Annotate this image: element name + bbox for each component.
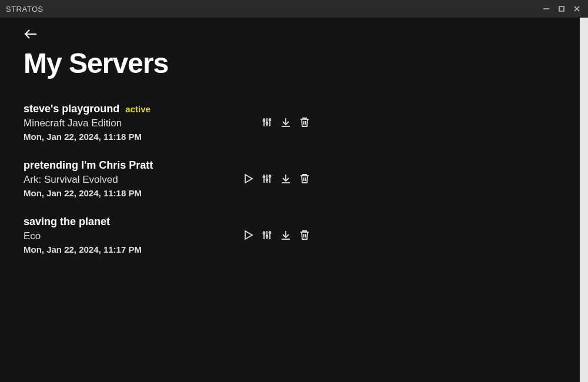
- server-name-line: saving the planet: [24, 216, 142, 228]
- server-date: Mon, Jan 22, 2024, 11:18 PM: [24, 188, 153, 198]
- server-name: saving the planet: [24, 216, 110, 228]
- svg-point-30: [263, 233, 265, 234]
- svg-point-8: [266, 123, 268, 125]
- delete-button[interactable]: [298, 228, 312, 242]
- server-list: steve's playground active Minecraft Java…: [24, 103, 564, 254]
- server-status-badge: active: [125, 104, 151, 114]
- svg-marker-28: [245, 231, 252, 239]
- scrollbar[interactable]: [580, 18, 588, 382]
- svg-point-6: [263, 120, 265, 122]
- minimize-button[interactable]: [541, 4, 552, 14]
- svg-point-32: [266, 236, 268, 237]
- settings-button[interactable]: [260, 172, 274, 186]
- server-row: pretending I'm Chris Pratt Ark: Survival…: [24, 159, 312, 198]
- server-info: pretending I'm Chris Pratt Ark: Survival…: [24, 159, 153, 198]
- server-row: saving the planet Eco Mon, Jan 22, 2024,…: [24, 216, 312, 254]
- close-button[interactable]: [572, 4, 582, 14]
- settings-button[interactable]: [260, 115, 274, 129]
- server-actions: [241, 228, 312, 242]
- back-button[interactable]: [24, 28, 38, 42]
- titlebar: STRATOS: [0, 0, 588, 18]
- settings-button[interactable]: [260, 228, 274, 242]
- delete-button[interactable]: [298, 115, 312, 129]
- download-button[interactable]: [279, 228, 293, 242]
- download-button[interactable]: [279, 172, 293, 186]
- play-button[interactable]: [241, 172, 255, 186]
- server-name-line: pretending I'm Chris Pratt: [24, 159, 153, 172]
- server-row: steve's playground active Minecraft Java…: [24, 103, 312, 142]
- server-name-line: steve's playground active: [24, 103, 151, 115]
- server-info: steve's playground active Minecraft Java…: [24, 103, 151, 142]
- svg-marker-16: [245, 175, 252, 183]
- svg-point-10: [269, 119, 271, 121]
- server-info: saving the planet Eco Mon, Jan 22, 2024,…: [24, 216, 142, 254]
- maximize-button[interactable]: [556, 4, 567, 14]
- svg-point-20: [266, 179, 268, 181]
- server-name: steve's playground: [24, 103, 119, 115]
- svg-point-22: [269, 176, 271, 177]
- svg-point-34: [269, 232, 271, 234]
- server-game: Ark: Survival Evolved: [24, 174, 153, 186]
- download-button[interactable]: [279, 115, 293, 129]
- main-content: My Servers steve's playground active Min…: [0, 18, 588, 382]
- window-controls: [541, 4, 582, 14]
- server-actions: [260, 115, 312, 129]
- window-title: STRATOS: [6, 5, 44, 14]
- svg-rect-1: [559, 6, 564, 11]
- server-date: Mon, Jan 22, 2024, 11:18 PM: [24, 132, 151, 142]
- svg-point-18: [263, 176, 265, 178]
- server-name: pretending I'm Chris Pratt: [24, 159, 153, 172]
- play-button[interactable]: [241, 228, 255, 242]
- server-game: Eco: [24, 230, 142, 242]
- delete-button[interactable]: [298, 172, 312, 186]
- server-game: Minecraft Java Edition: [24, 118, 151, 129]
- server-date: Mon, Jan 22, 2024, 11:17 PM: [24, 244, 142, 254]
- server-actions: [241, 172, 312, 186]
- page-title: My Servers: [24, 47, 564, 79]
